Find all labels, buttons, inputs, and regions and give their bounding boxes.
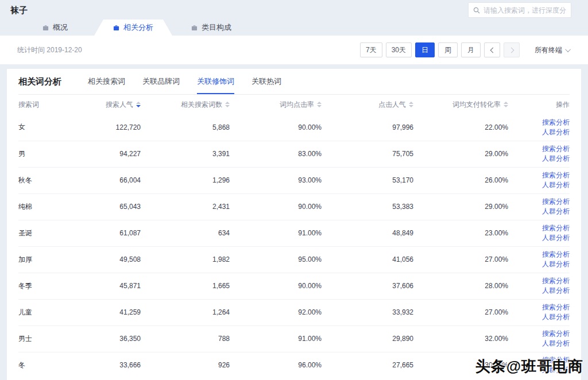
sort-icon[interactable] — [136, 102, 141, 107]
cell-avg-ctr: 92.00% — [230, 299, 322, 325]
crowd-analysis-link[interactable]: 人群分析 — [542, 154, 570, 163]
cell-actions: 搜索分析 人群分析 — [508, 220, 570, 246]
tab-category-composition[interactable]: 类目构成 — [172, 20, 250, 36]
search-analysis-link[interactable]: 搜索分析 — [542, 118, 570, 127]
briefcase-icon — [191, 25, 198, 31]
search-box[interactable] — [468, 2, 571, 18]
col-related-word-count: 相关搜索词数 — [141, 95, 230, 114]
cell-actions: 搜索分析 人群分析 — [508, 141, 570, 167]
cell-avg-ctr: 96.00% — [230, 352, 322, 378]
cell-avg-conversion: 29.00% — [413, 193, 508, 220]
search-analysis-link[interactable]: 搜索分析 — [542, 329, 570, 338]
main-tabs: 概况 相关分析 类目构成 — [16, 20, 250, 36]
sort-icon[interactable] — [317, 102, 322, 107]
tab-related-analysis[interactable]: 相关分析 — [94, 20, 172, 36]
cell-search-popularity: 49,508 — [87, 246, 141, 273]
subtab-hot-words[interactable]: 关联热词 — [252, 69, 281, 94]
period-button-week[interactable]: 周 — [438, 42, 458, 57]
cell-search-word: 纯棉 — [18, 193, 87, 220]
period-button-month[interactable]: 月 — [461, 42, 481, 57]
table-row: 秋冬 66,004 1,296 93.00% 53,170 26.00% 搜索分… — [18, 167, 570, 193]
cell-avg-ctr: 90.00% — [230, 193, 322, 220]
cell-avg-conversion: 27.00% — [413, 299, 508, 325]
sort-icon[interactable] — [409, 102, 413, 107]
crowd-analysis-link[interactable]: 人群分析 — [542, 260, 570, 269]
cell-search-popularity: 94,227 — [87, 141, 141, 167]
crowd-analysis-link[interactable]: 人群分析 — [542, 339, 570, 348]
col-click-popularity: 点击人气 — [322, 95, 413, 114]
cell-click-popularity: 53,170 — [322, 167, 413, 193]
panel-title: 相关词分析 — [18, 69, 61, 94]
table-body: 女 122,720 5,868 90.00% 97,996 22.00% 搜索分… — [18, 114, 570, 378]
table-header-row: 搜索词 搜索人气 相关搜索词数 词均点击率 点击人气 词均支付转化率 操作 — [18, 95, 570, 114]
search-analysis-link[interactable]: 搜索分析 — [542, 303, 570, 312]
page-title: 袜子 — [10, 5, 28, 16]
subtabs: 相关搜索词 关联品牌词 关联修饰词 关联热词 — [88, 69, 281, 94]
subtab-brand-words[interactable]: 关联品牌词 — [142, 69, 180, 94]
search-analysis-link[interactable]: 搜索分析 — [542, 277, 570, 285]
subtab-related-search-words[interactable]: 相关搜索词 — [88, 69, 125, 94]
subtab-modifier-words[interactable]: 关联修饰词 — [197, 69, 234, 94]
crowd-analysis-link[interactable]: 人群分析 — [542, 286, 570, 295]
crowd-analysis-link[interactable]: 人群分析 — [542, 181, 570, 189]
terminal-dropdown[interactable]: 所有终端 — [535, 45, 571, 55]
next-date-button[interactable] — [504, 42, 520, 57]
cell-search-popularity: 122,720 — [87, 114, 141, 141]
cell-search-word: 冬季 — [18, 273, 87, 299]
tab-overview[interactable]: 概况 — [16, 20, 94, 36]
cell-related-word-count: 1,264 — [141, 299, 230, 325]
cell-related-word-count: 788 — [141, 325, 230, 352]
cell-search-word: 冬 — [18, 352, 87, 378]
search-analysis-link[interactable]: 搜索分析 — [542, 356, 570, 365]
table-row: 加厚 49,508 1,982 95.00% 41,056 27.00% 搜索分… — [18, 246, 570, 273]
crowd-analysis-link[interactable]: 人群分析 — [542, 207, 570, 216]
page-header: 袜子 概况 相关分析 类目构成 — [0, 0, 588, 36]
search-analysis-link[interactable]: 搜索分析 — [542, 250, 570, 259]
table-row: 男 94,227 3,391 83.00% 75,705 29.00% 搜索分析… — [18, 141, 570, 167]
table-row: 儿童 41,259 1,264 92.00% 33,932 27.00% 搜索分… — [18, 299, 570, 325]
stat-time-label: 统计时间 2019-12-20 — [17, 45, 82, 55]
col-avg-conversion: 词均支付转化率 — [413, 95, 508, 114]
panel-header: 相关词分析 相关搜索词 关联品牌词 关联修饰词 关联热词 — [18, 69, 570, 95]
cell-search-popularity: 36,350 — [87, 325, 141, 352]
period-button-7d[interactable]: 7天 — [360, 42, 382, 57]
period-button-30d[interactable]: 30天 — [386, 42, 412, 57]
prev-date-button[interactable] — [484, 42, 500, 57]
cell-click-popularity: 75,705 — [322, 141, 413, 167]
cell-search-popularity: 45,871 — [87, 273, 141, 299]
col-actions: 操作 — [508, 95, 570, 114]
cell-related-word-count: 1,296 — [141, 167, 230, 193]
table-row: 纯棉 65,043 2,431 90.00% 53,383 29.00% 搜索分… — [18, 193, 570, 220]
cell-click-popularity: 29,890 — [322, 325, 413, 352]
search-analysis-link[interactable]: 搜索分析 — [542, 171, 570, 180]
cell-click-popularity: 97,996 — [322, 114, 413, 141]
crowd-analysis-link[interactable]: 人群分析 — [542, 128, 570, 137]
search-analysis-link[interactable]: 搜索分析 — [542, 145, 570, 153]
cell-avg-conversion: 26.00% — [413, 167, 508, 193]
cell-actions: 搜索分析 人群分析 — [508, 246, 570, 273]
cell-search-word: 圣诞 — [18, 220, 87, 246]
search-analysis-link[interactable]: 搜索分析 — [542, 197, 570, 206]
sort-icon[interactable] — [225, 102, 230, 107]
cell-search-popularity: 65,043 — [87, 193, 141, 220]
cell-avg-ctr: 83.00% — [230, 141, 322, 167]
cell-search-popularity: 61,087 — [87, 220, 141, 246]
search-analysis-link[interactable]: 搜索分析 — [542, 224, 570, 232]
cell-search-word: 儿童 — [18, 299, 87, 325]
cell-actions: 搜索分析 人群分析 — [508, 167, 570, 193]
cell-avg-conversion: 22.00% — [413, 114, 508, 141]
cell-actions: 搜索分析 人群分析 — [508, 299, 570, 325]
search-input[interactable] — [483, 6, 566, 14]
related-words-panel: 相关词分析 相关搜索词 关联品牌词 关联修饰词 关联热词 搜索词 搜索人气 相关… — [7, 69, 581, 380]
sort-icon[interactable] — [504, 102, 508, 107]
cell-actions: 搜索分析 人群分析 — [508, 352, 570, 378]
crowd-analysis-link[interactable]: 人群分析 — [542, 234, 570, 242]
tab-label: 相关分析 — [123, 22, 153, 33]
table-row: 女 122,720 5,868 90.00% 97,996 22.00% 搜索分… — [18, 114, 570, 141]
period-button-day[interactable]: 日 — [415, 42, 435, 57]
crowd-analysis-link[interactable]: 人群分析 — [542, 313, 570, 321]
crowd-analysis-link[interactable]: 人群分析 — [542, 366, 570, 374]
cell-search-word: 加厚 — [18, 246, 87, 273]
cell-avg-ctr: 90.00% — [230, 273, 322, 299]
cell-search-word: 男 — [18, 141, 87, 167]
